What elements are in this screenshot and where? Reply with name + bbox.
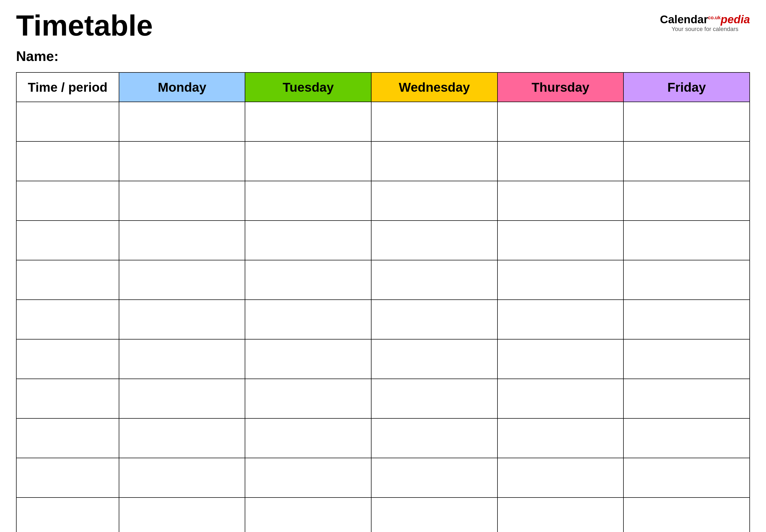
logo-co-uk: co.uk — [708, 15, 721, 21]
table-cell[interactable] — [371, 339, 498, 379]
table-row — [16, 102, 750, 141]
table-cell[interactable] — [245, 458, 371, 498]
table-cell[interactable] — [245, 260, 371, 300]
table-cell[interactable] — [498, 260, 624, 300]
table-cell[interactable] — [119, 300, 245, 339]
table-cell[interactable] — [245, 339, 371, 379]
header-row: Time / period Monday Tuesday Wednesday T… — [16, 72, 750, 102]
table-cell[interactable] — [624, 141, 750, 181]
table-row — [16, 141, 750, 181]
table-cell[interactable] — [16, 498, 119, 532]
table-cell[interactable] — [16, 221, 119, 260]
table-cell[interactable] — [119, 458, 245, 498]
page-header: Timetable Calendarco.ukpedia Your source… — [16, 11, 750, 40]
table-cell[interactable] — [16, 141, 119, 181]
table-cell[interactable] — [119, 141, 245, 181]
col-header-monday: Monday — [119, 72, 245, 102]
table-cell[interactable] — [16, 260, 119, 300]
table-cell[interactable] — [16, 300, 119, 339]
timetable-body — [16, 102, 750, 532]
table-cell[interactable] — [16, 418, 119, 458]
table-cell[interactable] — [119, 221, 245, 260]
table-cell[interactable] — [498, 300, 624, 339]
logo-calendar: Calendar — [660, 13, 708, 26]
table-cell[interactable] — [624, 498, 750, 532]
table-cell[interactable] — [16, 379, 119, 418]
table-cell[interactable] — [624, 181, 750, 221]
timetable: Time / period Monday Tuesday Wednesday T… — [16, 72, 750, 532]
timetable-wrapper: Time / period Monday Tuesday Wednesday T… — [16, 72, 750, 532]
table-cell[interactable] — [371, 141, 498, 181]
col-header-thursday: Thursday — [498, 72, 624, 102]
logo-text: Calendarco.ukpedia — [660, 13, 750, 26]
table-cell[interactable] — [16, 339, 119, 379]
table-cell[interactable] — [119, 260, 245, 300]
table-cell[interactable] — [498, 498, 624, 532]
logo-subtitle: Your source for calendars — [660, 26, 750, 33]
table-row — [16, 379, 750, 418]
col-header-wednesday: Wednesday — [371, 72, 498, 102]
logo-area: Calendarco.ukpedia Your source for calen… — [660, 13, 750, 33]
table-cell[interactable] — [16, 102, 119, 141]
table-cell[interactable] — [624, 221, 750, 260]
table-row — [16, 418, 750, 458]
col-header-friday: Friday — [624, 72, 750, 102]
table-cell[interactable] — [16, 181, 119, 221]
table-row — [16, 458, 750, 498]
table-cell[interactable] — [498, 339, 624, 379]
name-label: Name: — [16, 48, 750, 64]
table-row — [16, 300, 750, 339]
col-header-time: Time / period — [16, 72, 119, 102]
table-row — [16, 181, 750, 221]
table-cell[interactable] — [245, 300, 371, 339]
table-cell[interactable] — [498, 102, 624, 141]
table-row — [16, 498, 750, 532]
table-cell[interactable] — [119, 181, 245, 221]
table-cell[interactable] — [624, 418, 750, 458]
table-cell[interactable] — [245, 102, 371, 141]
table-cell[interactable] — [498, 458, 624, 498]
table-cell[interactable] — [371, 260, 498, 300]
table-cell[interactable] — [16, 458, 119, 498]
table-cell[interactable] — [624, 260, 750, 300]
col-header-tuesday: Tuesday — [245, 72, 371, 102]
table-cell[interactable] — [245, 379, 371, 418]
table-cell[interactable] — [245, 141, 371, 181]
table-cell[interactable] — [371, 458, 498, 498]
table-row — [16, 260, 750, 300]
table-cell[interactable] — [245, 221, 371, 260]
table-row — [16, 221, 750, 260]
table-row — [16, 339, 750, 379]
table-cell[interactable] — [371, 181, 498, 221]
table-cell[interactable] — [624, 458, 750, 498]
table-cell[interactable] — [119, 379, 245, 418]
table-cell[interactable] — [371, 300, 498, 339]
table-cell[interactable] — [624, 339, 750, 379]
table-cell[interactable] — [624, 102, 750, 141]
table-cell[interactable] — [119, 498, 245, 532]
table-cell[interactable] — [498, 141, 624, 181]
table-cell[interactable] — [245, 498, 371, 532]
table-cell[interactable] — [371, 102, 498, 141]
table-cell[interactable] — [119, 418, 245, 458]
table-cell[interactable] — [498, 418, 624, 458]
table-cell[interactable] — [371, 498, 498, 532]
table-cell[interactable] — [245, 181, 371, 221]
table-cell[interactable] — [371, 379, 498, 418]
logo-pedia: pedia — [721, 13, 750, 26]
table-cell[interactable] — [245, 418, 371, 458]
table-cell[interactable] — [371, 221, 498, 260]
table-cell[interactable] — [624, 379, 750, 418]
table-cell[interactable] — [371, 418, 498, 458]
page-title: Timetable — [16, 11, 153, 40]
table-cell[interactable] — [119, 339, 245, 379]
table-cell[interactable] — [498, 221, 624, 260]
table-cell[interactable] — [119, 102, 245, 141]
table-cell[interactable] — [498, 181, 624, 221]
table-cell[interactable] — [498, 379, 624, 418]
table-cell[interactable] — [624, 300, 750, 339]
